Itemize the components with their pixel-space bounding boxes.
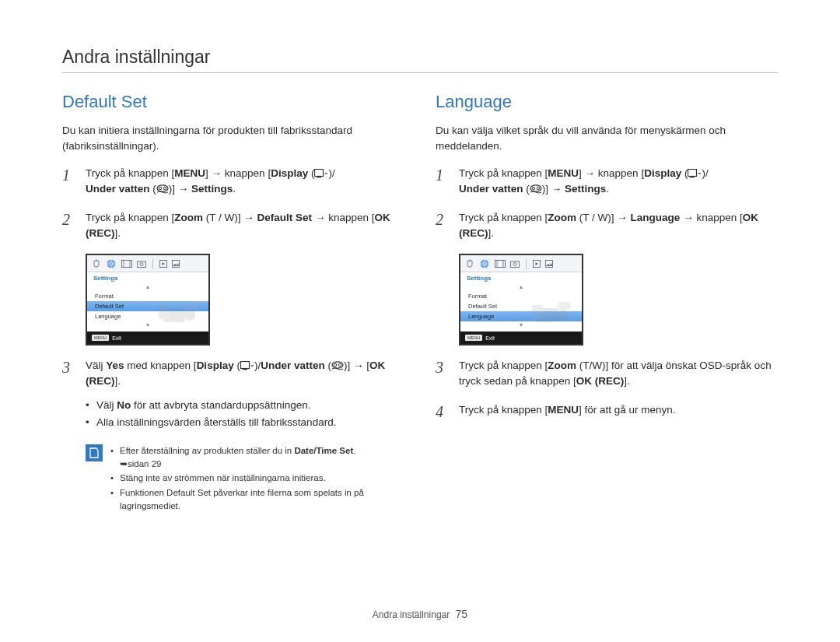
right-step-2: 2 Tryck på knappen [Zoom (T / W)] → Lang… — [436, 210, 778, 242]
text: ] för att gå ur menyn. — [579, 404, 676, 416]
text: ] — [347, 360, 353, 371]
screenshot-bottom-bar: MENU Exit — [87, 332, 208, 344]
default-set-intro: Du kan initiera inställningarna för prod… — [62, 123, 404, 153]
settings-label: Settings — [191, 183, 233, 195]
exit-label: Exit — [112, 335, 121, 341]
right-step-4: 4 Tryck på knappen [MENU] för att gå ur … — [436, 402, 778, 421]
svg-rect-1 — [317, 177, 321, 177]
text: ]. — [115, 227, 121, 239]
screenshot-tabs — [460, 255, 582, 272]
text: för att avbryta standarduppsättningen. — [131, 399, 310, 411]
left-step-3: 3 Välj Yes med knappen [Display ()/Under… — [62, 358, 404, 432]
text: med knappen [ — [124, 360, 197, 371]
page-number: 75 — [456, 608, 468, 620]
default-set-column: Default Set Du kan initiera inställninga… — [62, 92, 404, 514]
svg-rect-12 — [122, 260, 132, 267]
note-box: Efter återställning av produkten ställer… — [86, 444, 404, 514]
svg-rect-30 — [690, 177, 695, 177]
text: Tryck på knappen [ — [459, 360, 548, 371]
text: ]. — [624, 375, 630, 387]
underwater-icon — [530, 184, 542, 194]
svg-point-33 — [532, 188, 535, 191]
underwater-label: Under vatten — [86, 183, 150, 195]
text: Tryck på knappen [ — [86, 167, 174, 179]
svg-rect-20 — [159, 305, 170, 319]
zoom-label: Zoom — [548, 360, 576, 371]
text: [ — [363, 360, 369, 371]
display-label: Display — [197, 360, 234, 371]
text: knappen [ — [222, 167, 271, 179]
text: ]. — [488, 227, 495, 239]
text: (T / W) — [576, 212, 611, 223]
arrow-icon: → — [683, 212, 694, 223]
display-icon — [688, 169, 702, 178]
hand-icon — [465, 259, 474, 268]
exit-label: Exit — [485, 335, 495, 341]
note-item: Funktionen Default Set påverkar inte fil… — [110, 486, 404, 512]
left-step-1: 1 Tryck på knappen [MENU] → knappen [Dis… — [62, 166, 404, 198]
text: Välj — [96, 399, 117, 411]
note-icon — [86, 444, 103, 461]
step-number: 3 — [436, 358, 450, 390]
underwater-label: Under vatten — [459, 183, 523, 195]
arrow-icon: → — [551, 183, 562, 195]
footer-section-label: Andra inställningar — [373, 609, 450, 620]
film-icon — [495, 260, 506, 268]
date-time-set-label: Date/Time Set — [294, 446, 353, 455]
image-icon — [545, 260, 553, 268]
up-arrow-icon: ▴ — [87, 283, 208, 291]
display-label: Display — [644, 167, 681, 179]
sub-bullet: Välj No för att avbryta standarduppsättn… — [86, 398, 404, 413]
sub-bullet: Alla inställningsvärden återställs till … — [86, 415, 404, 430]
up-arrow-icon: ▴ — [460, 283, 582, 291]
note-item: Efter återställning av produkten ställer… — [110, 444, 404, 470]
menu-label: MENU — [174, 167, 205, 179]
underwater-icon — [156, 184, 169, 194]
display-icon — [240, 361, 254, 370]
language-column: Language Du kan välja vilket språk du vi… — [436, 92, 778, 514]
svg-rect-23 — [240, 362, 249, 369]
text: (T/W) — [576, 360, 605, 371]
text: ]. — [115, 375, 121, 387]
svg-point-34 — [537, 188, 540, 191]
zoom-label: Zoom — [548, 212, 576, 223]
text: Tryck på knappen [ — [459, 404, 548, 416]
text: Välj — [86, 360, 106, 371]
svg-point-45 — [513, 262, 516, 265]
language-heading: Language — [436, 92, 778, 112]
play-icon — [533, 260, 541, 268]
right-step-3: 3 Tryck på knappen [Zoom (T/W)] för att … — [436, 358, 778, 390]
play-icon — [159, 260, 167, 268]
svg-point-6 — [107, 259, 116, 268]
underwater-label: Under vatten — [261, 360, 325, 371]
left-step-2: 2 Tryck på knappen [Zoom (T / W)] → Defa… — [62, 210, 404, 242]
step-number: 4 — [436, 402, 450, 421]
text: . — [353, 446, 355, 455]
menu-tag: MENU — [92, 335, 109, 341]
default-set-label: Default Set — [257, 212, 313, 223]
arrow-icon: → — [243, 212, 254, 223]
image-icon — [172, 260, 180, 268]
no-label: No — [117, 399, 131, 411]
text: ] — [205, 167, 212, 179]
film-icon — [121, 260, 132, 268]
camcorder-ghost-icon — [157, 297, 204, 327]
yes-label: Yes — [106, 360, 124, 371]
step-number: 1 — [436, 166, 450, 198]
arrow-icon: → — [353, 360, 364, 371]
text: knappen [ — [595, 167, 644, 179]
text: . — [233, 183, 236, 195]
camera-icon — [137, 260, 146, 268]
underwater-icon — [331, 361, 344, 370]
menu-label: MENU — [548, 167, 579, 179]
hand-icon — [92, 259, 101, 268]
right-step-1: 1 Tryck på knappen [MENU] → knappen [Dis… — [436, 166, 778, 198]
svg-rect-0 — [315, 170, 324, 177]
zoom-label: Zoom — [174, 212, 203, 223]
ok-rec-label: OK (REC) — [576, 375, 625, 387]
screenshot-section-title: Settings — [460, 272, 582, 283]
text: Efter återställning av produkten ställer… — [120, 446, 294, 455]
step-number: 2 — [436, 210, 450, 242]
svg-point-16 — [140, 262, 143, 265]
arrow-icon: → — [212, 167, 222, 179]
